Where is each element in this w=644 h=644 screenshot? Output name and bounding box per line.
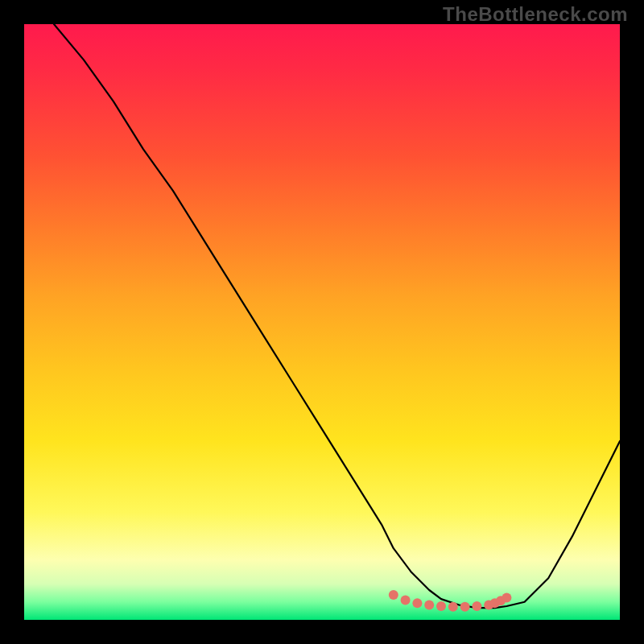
marker-dot [424, 601, 434, 610]
marker-dot [448, 602, 458, 612]
marker-dot [472, 601, 481, 611]
chart-svg [24, 24, 620, 620]
marker-dot [460, 602, 470, 612]
marker-dot [401, 596, 411, 605]
chart-frame: TheBottleneck.com [0, 0, 644, 644]
marker-dot [412, 598, 422, 608]
marker-dot [502, 593, 511, 603]
watermark-text: TheBottleneck.com [443, 3, 628, 26]
marker-dot [436, 601, 446, 611]
bottleneck-curve [54, 24, 620, 608]
plot-area [24, 24, 620, 620]
marker-dot [389, 590, 398, 600]
